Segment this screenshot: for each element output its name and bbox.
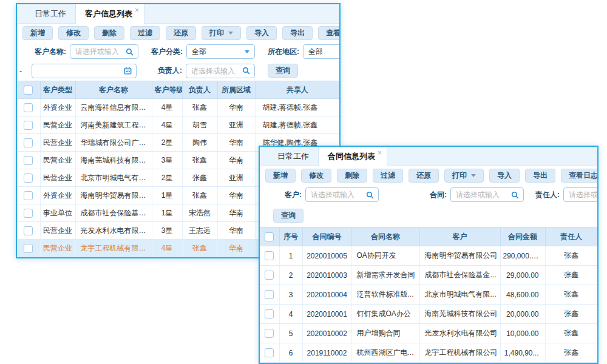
customer-link[interactable]: 龙宇工程机械有限公司 xyxy=(419,343,500,363)
customer-name-link[interactable]: 光发水利水电有限公司 xyxy=(75,222,152,240)
delete-button[interactable]: 删除 xyxy=(94,26,124,40)
table-row[interactable]: 12020010005OA协同开发海南明华贸易有限公司290,000.00张鑫 xyxy=(260,246,597,266)
contract-code-link[interactable]: 2020010004 xyxy=(302,285,351,305)
contract-code-link[interactable]: 2020010001 xyxy=(302,305,351,324)
column-header[interactable]: 责任人 xyxy=(545,228,597,246)
export-button[interactable]: 导出 xyxy=(282,26,313,40)
customer-category-select[interactable]: 全部 xyxy=(186,44,255,59)
owner-link[interactable]: 宋浩然 xyxy=(182,204,217,222)
row-checkbox[interactable] xyxy=(24,156,33,165)
column-header[interactable]: 序号 xyxy=(279,228,302,246)
print-button[interactable]: 打印 xyxy=(202,26,241,40)
search-icon[interactable] xyxy=(242,67,254,75)
responsible-input[interactable] xyxy=(563,187,599,202)
view-log-button[interactable]: 查看日志 xyxy=(561,169,599,183)
owner-link[interactable]: 张鑫 xyxy=(182,240,217,257)
column-header[interactable]: 客户名称 xyxy=(75,81,152,99)
owner-link[interactable]: 张鑫 xyxy=(182,169,217,187)
owner-link[interactable]: 胡雪 xyxy=(182,116,217,134)
region-field[interactable] xyxy=(304,47,341,56)
contract-name-link[interactable]: 用户增购合同 xyxy=(351,324,419,343)
customer-name-link[interactable]: 河南美新建筑工程公司 xyxy=(75,116,152,134)
view-log-button[interactable]: 查看日志 xyxy=(318,26,341,40)
edit-button[interactable]: 修改 xyxy=(58,26,89,40)
edit-button[interactable]: 修改 xyxy=(301,169,331,183)
responsible-field[interactable] xyxy=(564,190,599,199)
contract-input[interactable] xyxy=(450,187,524,202)
row-checkbox[interactable] xyxy=(24,209,33,218)
customer-link[interactable]: 海南芜城科技有限公司 xyxy=(419,305,500,324)
row-checkbox[interactable] xyxy=(24,191,33,200)
close-tab-icon[interactable]: × xyxy=(378,149,382,157)
contract-field[interactable] xyxy=(451,190,511,199)
table-row[interactable]: 32020010004泛普软件标准版...北京市明城电气有限...48,600.… xyxy=(260,285,597,305)
contract-code-link[interactable]: 2019110002 xyxy=(302,343,351,363)
add-button[interactable]: 新增 xyxy=(22,26,53,40)
row-checkbox[interactable] xyxy=(265,271,274,280)
calendar-icon[interactable] xyxy=(124,67,136,75)
date-field[interactable] xyxy=(32,67,124,75)
date-input[interactable] xyxy=(32,64,137,78)
row-checkbox[interactable] xyxy=(24,121,33,130)
tab-daily-work[interactable]: 日常工作 xyxy=(268,147,318,166)
column-header[interactable]: 负责人 xyxy=(182,81,217,99)
contract-name-link[interactable]: 泛普软件标准版... xyxy=(351,285,419,305)
import-button[interactable]: 导入 xyxy=(489,169,520,183)
customer-field[interactable] xyxy=(306,190,366,199)
row-checkbox[interactable] xyxy=(24,138,33,147)
contract-code-link[interactable]: 2020010005 xyxy=(302,246,351,266)
owner-link[interactable]: 张鑫 xyxy=(182,99,217,116)
customer-name-link[interactable]: 海南芜城科技有限公司 xyxy=(75,152,152,169)
owner-link[interactable]: 王志远 xyxy=(182,222,217,240)
table-row[interactable]: 42020010001钉钉集成OA办公海南芜城科技有限公司20,000.00张鑫 xyxy=(260,305,597,324)
customer-link[interactable]: 北京市明城电气有限... xyxy=(419,285,500,305)
contract-code-link[interactable]: 2020010002 xyxy=(302,324,351,343)
row-checkbox[interactable] xyxy=(24,174,33,183)
customer-link[interactable]: 光发水利水电有限公司 xyxy=(419,324,500,343)
customer-input[interactable] xyxy=(305,187,379,202)
select-all-checkbox[interactable] xyxy=(265,232,274,241)
row-checkbox[interactable] xyxy=(265,309,274,318)
row-checkbox[interactable] xyxy=(265,348,274,357)
owner-field[interactable] xyxy=(186,67,242,75)
table-row[interactable]: 52020010002用户增购合同光发水利水电有限公司10,000.00张鑫 xyxy=(260,324,597,343)
table-row[interactable]: 22020010003新增需求开发合同成都市社会保险基金...29,000.00… xyxy=(260,266,597,285)
filter-button[interactable]: 过滤 xyxy=(130,26,160,40)
table-row[interactable]: 外资企业云南海祥信息有限公司4星张鑫华南胡建,蒋德帧,张鑫 xyxy=(17,99,339,116)
row-checkbox[interactable] xyxy=(24,226,33,235)
customer-name-field[interactable] xyxy=(70,47,126,56)
customer-name-link[interactable]: 成都市社会保险基金... xyxy=(75,204,152,222)
import-button[interactable]: 导入 xyxy=(246,26,277,40)
contract-code-link[interactable]: 2020010003 xyxy=(302,266,351,285)
customer-name-link[interactable]: 龙宇工程机械有限公司 xyxy=(75,240,152,257)
column-header[interactable]: 合同金额 xyxy=(500,228,545,246)
row-checkbox[interactable] xyxy=(24,103,33,112)
row-checkbox[interactable] xyxy=(24,244,33,253)
row-checkbox[interactable] xyxy=(265,329,274,338)
print-button[interactable]: 打印 xyxy=(444,169,484,183)
owner-input[interactable] xyxy=(186,64,255,78)
column-header[interactable]: 共享人 xyxy=(255,81,339,99)
contract-name-link[interactable]: OA协同开发 xyxy=(351,246,419,266)
filter-button[interactable]: 过滤 xyxy=(373,169,403,183)
query-button[interactable]: 查询 xyxy=(273,209,304,223)
column-header[interactable]: 所属区域 xyxy=(217,81,255,99)
customer-name-link[interactable]: 海南明华贸易有限公司 xyxy=(75,187,152,204)
owner-link[interactable]: 张鑫 xyxy=(182,152,217,169)
contract-name-link[interactable]: 新增需求开发合同 xyxy=(351,266,419,285)
customer-name-link[interactable]: 云南海祥信息有限公司 xyxy=(75,99,152,116)
table-row[interactable]: 62019110002杭州西湖区广电...龙宇工程机械有限公司1,490,90.… xyxy=(260,343,597,363)
contract-name-link[interactable]: 钉钉集成OA办公 xyxy=(351,305,419,324)
contract-name-link[interactable]: 杭州西湖区广电... xyxy=(351,343,419,363)
customer-link[interactable]: 海南明华贸易有限公司 xyxy=(419,246,500,266)
column-header[interactable]: 客户类型 xyxy=(40,81,75,99)
region-input[interactable] xyxy=(303,44,341,59)
owner-link[interactable]: 张鑫 xyxy=(182,187,217,204)
close-tab-icon[interactable]: × xyxy=(135,7,139,14)
customer-name-input[interactable] xyxy=(70,44,138,59)
row-checkbox[interactable] xyxy=(265,290,274,299)
query-button[interactable]: 查询 xyxy=(268,64,298,78)
search-icon[interactable] xyxy=(366,191,378,199)
export-button[interactable]: 导出 xyxy=(525,169,555,183)
row-checkbox[interactable] xyxy=(265,251,274,260)
